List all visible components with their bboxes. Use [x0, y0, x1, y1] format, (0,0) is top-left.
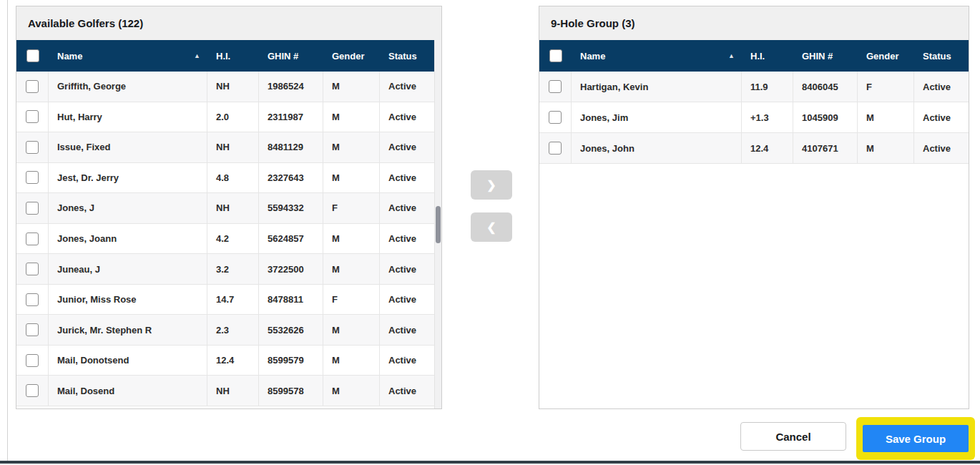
cell-status: Active — [380, 102, 441, 132]
row-checkbox[interactable] — [26, 384, 39, 397]
cell-name: Griffith, George — [49, 72, 207, 102]
cell-name: Hut, Harry — [49, 102, 207, 132]
cell-gender: M — [323, 102, 380, 132]
table-row[interactable]: Mail, Donotsend12.48599579MActive — [16, 346, 441, 376]
column-header-gender[interactable]: Gender — [323, 40, 380, 72]
chevron-right-icon: ❯ — [486, 178, 496, 192]
row-checkbox[interactable] — [26, 263, 39, 275]
row-checkbox-cell — [16, 376, 49, 406]
row-checkbox-cell — [16, 193, 49, 223]
table-row[interactable]: Hut, Harry2.02311987MActive — [16, 102, 441, 133]
cell-name: Jest, Dr. Jerry — [49, 163, 207, 193]
row-checkbox[interactable] — [26, 323, 39, 336]
column-header-hi[interactable]: H.I. — [207, 40, 259, 72]
table-row[interactable]: Issue, FixedNH8481129MActive — [16, 132, 441, 163]
column-header-ghin[interactable]: GHIN # — [793, 40, 858, 72]
available-golfers-panel: Available Golfers (122) Name ▲ H.I. GHIN… — [16, 6, 442, 409]
column-header-name[interactable]: Name ▲ — [49, 40, 207, 72]
vertical-scrollbar[interactable] — [434, 40, 441, 408]
table-row[interactable]: Mail, DosendNH8599578MActive — [16, 376, 441, 406]
cell-ghin: 1986524 — [259, 72, 323, 102]
cell-hi: 12.4 — [207, 346, 259, 376]
select-all-cell — [16, 40, 49, 72]
cell-ghin: 5532626 — [259, 315, 323, 345]
cell-ghin: 2311987 — [259, 102, 323, 132]
nine-hole-group-table-body: Hartigan, Kevin11.98406045FActiveJones, … — [539, 72, 969, 164]
table-row[interactable]: Jones, Jim+1.31045909MActive — [539, 102, 969, 133]
cell-status: Active — [380, 285, 441, 315]
table-row[interactable]: Jones, JNH5594332FActive — [16, 193, 441, 224]
cell-name: Hartigan, Kevin — [572, 72, 742, 102]
column-header-name-label: Name — [580, 51, 605, 62]
row-checkbox-cell — [16, 72, 49, 102]
row-checkbox-cell — [539, 72, 572, 102]
row-checkbox[interactable] — [26, 141, 39, 154]
row-checkbox[interactable] — [26, 293, 39, 306]
cell-ghin: 1045909 — [793, 102, 858, 132]
row-checkbox-cell — [16, 224, 49, 254]
cell-gender: M — [858, 102, 914, 132]
row-checkbox-cell — [16, 254, 49, 284]
cell-hi: 2.0 — [207, 102, 259, 132]
row-checkbox[interactable] — [26, 171, 39, 184]
cell-name: Jurick, Mr. Stephen R — [49, 315, 207, 345]
cell-status: Active — [380, 132, 441, 162]
row-checkbox[interactable] — [26, 354, 39, 367]
table-row[interactable]: Jest, Dr. Jerry4.82327643MActive — [16, 163, 441, 194]
cell-name: Junior, Miss Rose — [49, 285, 207, 315]
cell-gender: F — [323, 193, 380, 223]
row-checkbox-cell — [16, 163, 49, 193]
cell-name: Jones, John — [572, 133, 742, 163]
table-row[interactable]: Jones, Joann4.25624857MActive — [16, 224, 441, 255]
table-row[interactable]: Jones, John12.44107671MActive — [539, 133, 969, 164]
available-golfers-table-body: Griffith, GeorgeNH1986524MActiveHut, Har… — [16, 72, 441, 406]
row-checkbox-cell — [16, 285, 49, 315]
cell-ghin: 5594332 — [259, 193, 323, 223]
cancel-button[interactable]: Cancel — [740, 422, 846, 451]
column-header-hi[interactable]: H.I. — [742, 40, 793, 72]
table-row[interactable]: Jurick, Mr. Stephen R2.35532626MActive — [16, 315, 441, 346]
row-checkbox[interactable] — [549, 111, 562, 124]
table-row[interactable]: Juneau, J3.23722500MActive — [16, 254, 441, 285]
column-header-ghin[interactable]: GHIN # — [259, 40, 323, 72]
cell-name: Jones, Joann — [49, 224, 207, 254]
cell-name: Jones, Jim — [572, 102, 742, 132]
remove-from-group-button[interactable]: ❮ — [471, 212, 512, 242]
move-to-group-button[interactable]: ❯ — [471, 170, 512, 200]
table-row[interactable]: Hartigan, Kevin11.98406045FActive — [539, 72, 969, 102]
cell-gender: F — [858, 72, 914, 102]
row-checkbox[interactable] — [26, 80, 39, 93]
column-header-name-label: Name — [57, 51, 82, 62]
cell-hi: NH — [207, 72, 259, 102]
row-checkbox[interactable] — [26, 202, 39, 215]
cell-hi: 4.2 — [207, 224, 259, 254]
scrollbar-thumb[interactable] — [436, 206, 441, 243]
cell-hi: 12.4 — [742, 133, 793, 163]
cell-ghin: 8481129 — [259, 132, 323, 162]
table-row[interactable]: Griffith, GeorgeNH1986524MActive — [16, 72, 441, 102]
cell-hi: 14.7 — [207, 285, 259, 315]
row-checkbox[interactable] — [549, 142, 562, 155]
row-checkbox-cell — [16, 315, 49, 345]
select-all-cell — [539, 40, 572, 72]
column-header-status[interactable]: Status — [380, 40, 441, 72]
nine-hole-group-title: 9-Hole Group (3) — [539, 6, 969, 40]
cell-ghin: 8599578 — [259, 376, 323, 406]
row-checkbox[interactable] — [26, 110, 39, 123]
cell-status: Active — [914, 72, 969, 102]
row-checkbox[interactable] — [26, 232, 39, 245]
cell-gender: M — [323, 132, 380, 162]
column-header-name[interactable]: Name ▲ — [572, 40, 742, 72]
cell-name: Jones, J — [49, 193, 207, 223]
select-all-checkbox[interactable] — [26, 49, 39, 62]
cell-name: Mail, Donotsend — [49, 346, 207, 376]
cell-hi: NH — [207, 193, 259, 223]
select-all-checkbox[interactable] — [549, 49, 562, 62]
row-checkbox-cell — [539, 133, 572, 163]
cell-gender: M — [858, 133, 914, 163]
column-header-status[interactable]: Status — [914, 40, 969, 72]
column-header-gender[interactable]: Gender — [858, 40, 914, 72]
save-group-button[interactable]: Save Group — [863, 425, 969, 452]
table-row[interactable]: Junior, Miss Rose14.78478811FActive — [16, 285, 441, 315]
row-checkbox[interactable] — [549, 80, 562, 93]
